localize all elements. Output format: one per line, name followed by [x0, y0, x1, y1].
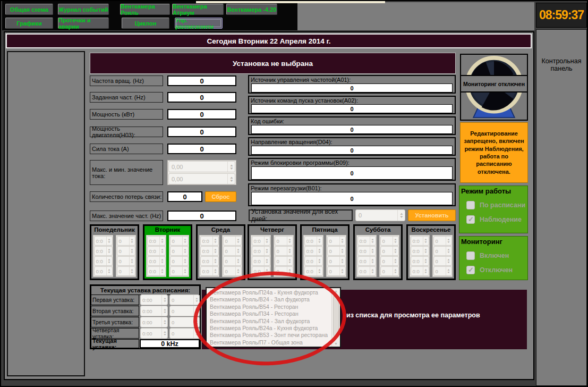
spinner-arrows[interactable]: ▲▼: [370, 267, 376, 275]
spinner-arrows[interactable]: ▲▼: [370, 237, 376, 245]
spinner[interactable]: 0:0▲▼: [411, 236, 429, 246]
spinner-arrows[interactable]: ▲▼: [182, 267, 188, 275]
scrollbar-thumb[interactable]: [333, 295, 339, 337]
spin-down-icon[interactable]: ▼: [195, 322, 199, 325]
spinner-arrows[interactable]: ▲▼: [339, 247, 345, 255]
spin-down-icon[interactable]: ▼: [394, 241, 397, 243]
spin-down-icon[interactable]: ▼: [447, 251, 450, 254]
spinner-arrows[interactable]: ▲▼: [287, 247, 293, 255]
spinner-arrows[interactable]: ▲▼: [423, 237, 429, 245]
spinner[interactable]: 0:0▲▼: [252, 256, 270, 266]
spinner[interactable]: 0:0▲▼: [200, 246, 219, 256]
spinner-arrows[interactable]: ▲▼: [212, 247, 218, 255]
spinner[interactable]: 0▲▼: [433, 256, 452, 266]
scroll-down-icon[interactable]: ▼: [332, 342, 340, 346]
spinner-arrows[interactable]: ▲▼: [264, 237, 270, 245]
spinner[interactable]: 0▲▼: [433, 236, 452, 246]
spin-down-icon[interactable]: ▼: [265, 271, 269, 274]
spinner[interactable]: 0:0▲▼: [200, 266, 219, 276]
toolbar-button[interactable]: Венткамера Атриум: [172, 4, 224, 15]
spin-down-icon[interactable]: ▼: [160, 271, 164, 274]
list-item[interactable]: Венткамера Рояль/П34 - Ресторан: [210, 310, 340, 317]
checkbox-option[interactable]: Включен: [466, 251, 527, 260]
spinner-arrows[interactable]: ▲▼: [227, 174, 235, 184]
spin-down-icon[interactable]: ▼: [447, 241, 450, 243]
spin-down-icon[interactable]: ▼: [424, 241, 428, 243]
list-item[interactable]: Венткамера Рояль/В24 - Зал фудкорта: [210, 296, 340, 303]
spinner[interactable]: 0▲▼: [327, 256, 346, 266]
spinner[interactable]: 0▲▼: [117, 236, 135, 246]
spinner[interactable]: 0,00▲▼: [168, 173, 235, 184]
spin-down-icon[interactable]: ▼: [318, 241, 321, 243]
spin-down-icon[interactable]: ▼: [160, 251, 164, 254]
spinner[interactable]: 0:0▲▼: [252, 246, 270, 256]
spinner-arrows[interactable]: ▲▼: [161, 317, 167, 327]
spin-down-icon[interactable]: ▼: [288, 261, 292, 264]
spinner-arrows[interactable]: ▲▼: [106, 267, 112, 275]
spinner-arrows[interactable]: ▲▼: [446, 247, 451, 255]
spinner-arrows[interactable]: ▲▼: [370, 247, 376, 255]
spinner[interactable]: 0▲▼: [170, 256, 189, 266]
spinner-arrows[interactable]: ▲▼: [235, 257, 241, 265]
spinner-arrows[interactable]: ▲▼: [193, 306, 199, 316]
spin-down-icon[interactable]: ▼: [340, 271, 344, 274]
spinner-arrows[interactable]: ▲▼: [159, 237, 165, 245]
toolbar-button[interactable]: Графики: [5, 18, 53, 29]
checkbox-option[interactable]: Наблюдение: [466, 215, 527, 224]
spinner[interactable]: 0▲▼: [433, 246, 452, 256]
spin-down-icon[interactable]: ▼: [214, 241, 217, 243]
spin-down-icon[interactable]: ▼: [265, 251, 269, 254]
spinner-arrows[interactable]: ▲▼: [161, 306, 167, 316]
spin-down-icon[interactable]: ▼: [107, 251, 111, 254]
spinner-arrows[interactable]: ▲▼: [193, 295, 199, 305]
spinner-arrows[interactable]: ▲▼: [159, 267, 165, 275]
spinner-arrows[interactable]: ▲▼: [317, 247, 322, 255]
spinner[interactable]: 0:0▲▼: [252, 266, 270, 276]
spinner-arrows[interactable]: ▲▼: [317, 267, 322, 275]
spinner-arrows[interactable]: ▲▼: [317, 257, 322, 265]
spinner[interactable]: 0▲▼: [275, 266, 293, 276]
spin-down-icon[interactable]: ▼: [107, 261, 111, 264]
spin-down-icon[interactable]: ▼: [163, 322, 167, 325]
spinner[interactable]: 0:0▲▼: [304, 246, 323, 256]
spinner-arrows[interactable]: ▲▼: [212, 267, 218, 275]
spinner[interactable]: 0:00▲▼: [140, 295, 168, 305]
spin-down-icon[interactable]: ▼: [236, 251, 240, 254]
spinner[interactable]: 0▲▼: [223, 236, 242, 246]
spinner-arrows[interactable]: ▲▼: [393, 267, 398, 275]
spinner[interactable]: 0▲▼: [380, 256, 399, 266]
spinner-arrows[interactable]: ▲▼: [370, 257, 376, 265]
spin-down-icon[interactable]: ▼: [318, 271, 321, 274]
spin-down-icon[interactable]: ▼: [183, 271, 187, 274]
spinner[interactable]: 0:0▲▼: [94, 266, 113, 276]
spinner-arrows[interactable]: ▲▼: [423, 257, 429, 265]
spin-down-icon[interactable]: ▼: [371, 271, 374, 274]
toolbar-button[interactable]: Общая схема: [5, 4, 53, 15]
list-item[interactable]: Венткамера Рояль/П24а - Кухня фудкорта: [210, 289, 340, 296]
spin-down-icon[interactable]: ▼: [236, 271, 240, 274]
spinner[interactable]: 0:0▲▼: [411, 256, 429, 266]
spinner-arrows[interactable]: ▲▼: [106, 237, 112, 245]
spinner-arrows[interactable]: ▲▼: [446, 257, 451, 265]
checkbox-icon[interactable]: [466, 215, 475, 224]
spinner-arrows[interactable]: ▲▼: [423, 247, 429, 255]
spinner[interactable]: 0:0▲▼: [357, 256, 376, 266]
spinner[interactable]: 0▲▼: [169, 317, 200, 327]
spin-down-icon[interactable]: ▼: [130, 261, 134, 264]
checkbox-option[interactable]: По расписани: [466, 201, 527, 209]
spin-down-icon[interactable]: ▼: [424, 271, 428, 274]
spinner[interactable]: 0:0▲▼: [304, 236, 323, 246]
spinner-arrows[interactable]: ▲▼: [182, 247, 188, 255]
spinner-arrows[interactable]: ▲▼: [129, 237, 135, 245]
list-item[interactable]: Венткамера Рояль/В53 - Зонт печи рестора…: [210, 332, 340, 339]
spinner[interactable]: 0:0▲▼: [411, 266, 429, 276]
spinner-arrows[interactable]: ▲▼: [264, 267, 270, 275]
spinner-arrows[interactable]: ▲▼: [393, 247, 398, 255]
spin-down-icon[interactable]: ▼: [371, 241, 374, 243]
list-item[interactable]: Венткамера Рояль/В54 - Ресторан: [210, 304, 340, 310]
spinner-arrows[interactable]: ▲▼: [235, 247, 241, 255]
spinner[interactable]: 0▲▼: [275, 246, 293, 256]
spinner[interactable]: 0:00▲▼: [140, 317, 168, 327]
spinner-arrows[interactable]: ▲▼: [317, 237, 322, 245]
unit-listbox[interactable]: Венткамера Рояль/П24а - Кухня фудкортаВе…: [206, 287, 341, 348]
